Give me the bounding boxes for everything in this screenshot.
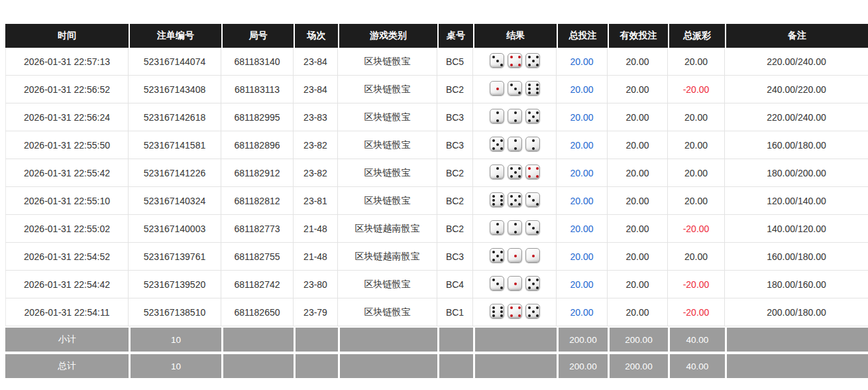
cell-table-no: BC5 [437,48,473,76]
cell-total-bet[interactable]: 20.00 [557,131,608,159]
dice-result-group [490,192,540,207]
cell-result [473,159,557,187]
cell-game-type: 区块链越南骰宝 [338,215,437,243]
cell-time: 2026-01-31 22:56:24 [5,103,129,131]
cell-remark: 180.00/200.00 [725,159,868,187]
footer-empty-cell [338,326,437,352]
column-header-round-id: 局号 [221,24,294,48]
cell-payout: -20.00 [668,76,725,103]
die-5-icon [525,53,540,68]
cell-result [473,243,557,271]
footer-label: 总计 [5,352,129,378]
die-2-icon [508,220,522,235]
cell-round-id: 681182773 [221,215,294,243]
cell-time: 2026-01-31 22:54:52 [5,243,129,271]
cell-result [473,298,557,326]
cell-total-bet[interactable]: 20.00 [557,103,608,131]
footer-payout: 40.00 [668,326,725,352]
die-3-icon [490,276,504,291]
cell-bet-id: 523167140003 [129,215,221,243]
cell-time: 2026-01-31 22:54:42 [5,271,129,298]
cell-game-type: 区块链骰宝 [338,103,437,131]
cell-time: 2026-01-31 22:55:50 [5,131,129,159]
cell-total-bet[interactable]: 20.00 [557,76,608,103]
cell-total-bet[interactable]: 20.00 [557,298,608,326]
die-3-icon [508,81,522,96]
cell-table-no: BC2 [437,76,473,103]
cell-time: 2026-01-31 22:55:02 [5,215,129,243]
cell-session: 23-82 [294,131,338,159]
cell-payout: 20.00 [668,131,725,159]
cell-bet-id: 523167140324 [129,187,221,215]
cell-total-bet[interactable]: 20.00 [557,215,608,243]
cell-remark: 200.00/180.00 [725,298,868,326]
column-header-session: 场次 [294,24,338,48]
cell-valid-bet: 20.00 [608,103,668,131]
cell-time: 2026-01-31 22:56:52 [5,76,129,103]
die-6-icon [490,304,504,318]
table-row: 2026-01-31 22:55:10523167140324681182812… [5,187,868,215]
cell-bet-id: 523167138510 [129,298,221,326]
column-header-bet-id: 注单编号 [129,24,221,48]
cell-result [473,131,557,159]
cell-result [473,215,557,243]
die-5-icon [525,276,540,291]
die-1-icon [525,248,540,263]
cell-game-type: 区块链越南骰宝 [338,243,437,271]
footer-empty-cell [294,326,338,352]
cell-valid-bet: 20.00 [608,48,668,76]
cell-total-bet[interactable]: 20.00 [557,159,608,187]
footer-empty-cell [437,326,473,352]
cell-valid-bet: 20.00 [608,243,668,271]
footer-valid-bet: 200.00 [608,352,668,378]
table-row: 2026-01-31 22:54:52523167139761681182755… [5,243,868,271]
footer-total-bet: 200.00 [557,326,608,352]
footer-empty-cell [221,326,294,352]
cell-remark: 120.00/140.00 [725,187,868,215]
cell-valid-bet: 20.00 [608,131,668,159]
die-3-icon [490,53,504,68]
die-5-icon [508,192,522,207]
cell-table-no: BC4 [437,271,473,298]
cell-bet-id: 523167141226 [129,159,221,187]
table-row: 2026-01-31 22:57:13523167144074681183140… [5,48,868,76]
cell-total-bet[interactable]: 20.00 [557,187,608,215]
cell-round-id: 681182912 [221,159,294,187]
dice-result-group [490,304,540,318]
cell-time: 2026-01-31 22:54:11 [5,298,129,326]
cell-payout: 20.00 [668,48,725,76]
die-4-icon [508,53,522,68]
cell-table-no: BC3 [437,131,473,159]
cell-game-type: 区块链骰宝 [338,298,437,326]
table-row: 2026-01-31 22:56:52523167143408681183113… [5,76,868,103]
subtotal-row: 小计10200.00200.0040.00 [5,326,868,352]
column-header-result: 结果 [473,24,557,48]
cell-bet-id: 523167142618 [129,103,221,131]
footer-payout: 40.00 [668,352,725,378]
footer-empty-cell [473,326,557,352]
cell-remark: 180.00/160.00 [725,271,868,298]
cell-round-id: 681183113 [221,76,294,103]
cell-round-id: 681182995 [221,103,294,131]
footer-empty-cell [725,326,868,352]
dice-result-group [490,137,540,151]
cell-session: 23-84 [294,48,338,76]
cell-round-id: 681182755 [221,243,294,271]
cell-total-bet[interactable]: 20.00 [557,48,608,76]
cell-round-id: 681182650 [221,298,294,326]
cell-valid-bet: 20.00 [608,187,668,215]
cell-total-bet[interactable]: 20.00 [557,271,608,298]
cell-table-no: BC1 [437,298,473,326]
dice-result-group [490,220,540,235]
column-header-table-no: 桌号 [437,24,473,48]
die-6-icon [525,81,540,96]
cell-payout: -20.00 [668,298,725,326]
cell-session: 23-81 [294,187,338,215]
cell-total-bet[interactable]: 20.00 [557,243,608,271]
footer-label: 小计 [5,326,129,352]
dice-result-group [490,53,540,68]
cell-time: 2026-01-31 22:55:10 [5,187,129,215]
cell-game-type: 区块链骰宝 [338,159,437,187]
die-2-icon [490,220,504,235]
dice-result-group [490,164,540,179]
